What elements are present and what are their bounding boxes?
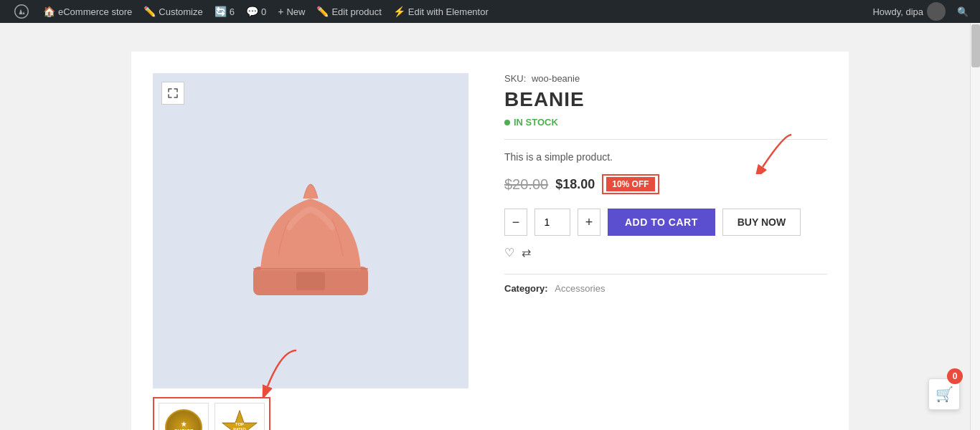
product-title: BEANIE	[504, 88, 827, 111]
quantity-row: − + ADD TO CART BUY NOW	[504, 209, 827, 236]
divider-2	[504, 274, 827, 274]
home-icon: 🏠	[43, 6, 55, 17]
category-line: Category: Accessories	[504, 283, 827, 294]
search-item[interactable]: 🔍	[951, 0, 974, 23]
toprated-badge-icon: TOP RATED ★★★★★	[221, 409, 258, 430]
elementor-icon: ⚡	[393, 6, 405, 17]
admin-bar-right: Howdy, dipa 🔍	[867, 0, 974, 23]
product-image-area: ★ CHOICE TOP RATED ★★★★★	[153, 73, 483, 430]
cart-bubble[interactable]: 0 🛒	[928, 374, 960, 410]
wishlist-icon[interactable]: ♡	[504, 246, 514, 259]
admin-bar: 🏠 eCommerce store ✏️ Customize 🔄 6 💬 0 +…	[0, 0, 980, 23]
wp-logo	[11, 1, 32, 22]
thumbnails-box: ★ CHOICE TOP RATED ★★★★★	[153, 397, 270, 430]
stock-dot	[504, 120, 510, 125]
cart-icon: 🛒	[936, 386, 953, 403]
thumbnail-choice[interactable]: ★ CHOICE	[159, 403, 209, 430]
edit-icon: ✏️	[316, 6, 329, 17]
svg-text:TOP: TOP	[235, 422, 244, 426]
comments-item[interactable]: 💬 0	[240, 0, 272, 23]
buy-now-button[interactable]: BUY NOW	[722, 209, 801, 236]
quantity-increase-button[interactable]: +	[578, 209, 600, 236]
price-section: $20.00 $18.00 10% OFF	[504, 174, 827, 194]
discount-badge-border: 10% OFF	[602, 174, 659, 194]
scrollbar-track[interactable]	[970, 23, 980, 430]
cart-count: 0	[947, 368, 963, 384]
price-area: $20.00 $18.00 10% OFF	[504, 174, 827, 194]
quantity-decrease-button[interactable]: −	[504, 209, 527, 236]
action-icons: ♡ ⇄	[504, 246, 827, 259]
arrow-annotation-thumbnails	[246, 347, 303, 400]
scrollbar-thumb[interactable]	[971, 24, 980, 67]
expand-icon[interactable]	[161, 82, 184, 105]
price-original: $20.00	[504, 176, 548, 193]
search-icon: 🔍	[957, 6, 969, 17]
choice-medal-icon: ★ CHOICE	[165, 409, 202, 430]
customize-item[interactable]: ✏️ Customize	[138, 0, 208, 23]
price-current: $18.00	[555, 177, 595, 192]
product-main-image	[153, 73, 468, 388]
svg-text:RATED: RATED	[233, 427, 246, 430]
discount-badge: 10% OFF	[606, 177, 654, 191]
edit-product-item[interactable]: ✏️ Edit product	[311, 0, 387, 23]
avatar	[927, 2, 946, 21]
howdy-item[interactable]: Howdy, dipa	[867, 0, 951, 23]
add-to-cart-button[interactable]: ADD TO CART	[608, 209, 715, 236]
arrow-annotation-discount	[741, 131, 798, 177]
page-wrapper: ★ CHOICE TOP RATED ★★★★★	[0, 23, 980, 430]
new-plus-icon: +	[278, 6, 283, 17]
new-item[interactable]: + New	[272, 0, 311, 23]
quantity-input[interactable]	[534, 209, 570, 236]
sku-line: SKU: woo-beanie	[504, 73, 827, 84]
comments-icon: 💬	[246, 6, 258, 17]
edit-elementor-item[interactable]: ⚡ Edit with Elementor	[387, 0, 494, 23]
wp-logo-item[interactable]	[6, 0, 37, 23]
updates-icon: 🔄	[215, 6, 227, 17]
stock-status: IN STOCK	[504, 117, 827, 128]
thumbnail-toprated[interactable]: TOP RATED ★★★★★	[215, 403, 265, 430]
thumbnails-wrapper: ★ CHOICE TOP RATED ★★★★★	[153, 397, 483, 430]
compare-icon[interactable]: ⇄	[522, 246, 531, 259]
customize-icon: ✏️	[143, 6, 156, 17]
product-details: SKU: woo-beanie BEANIE IN STOCK This is …	[483, 73, 827, 430]
svg-rect-2	[296, 272, 325, 290]
product-container: ★ CHOICE TOP RATED ★★★★★	[131, 52, 849, 430]
beanie-product-image	[239, 141, 382, 320]
site-name-item[interactable]: 🏠 eCommerce store	[37, 0, 138, 23]
updates-item[interactable]: 🔄 6	[209, 0, 240, 23]
